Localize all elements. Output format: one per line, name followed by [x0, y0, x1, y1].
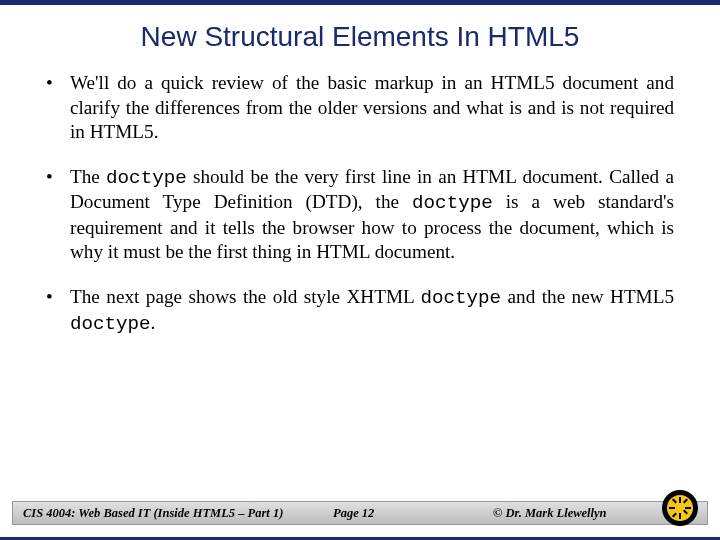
bullet-text: We'll do a quick review of the basic mar…: [70, 71, 674, 145]
text-run: .: [151, 312, 156, 333]
slide-title: New Structural Elements In HTML5: [0, 5, 720, 61]
text-run: The next page shows the old style XHTML: [70, 286, 420, 307]
footer-bar: CIS 4004: Web Based IT (Inside HTML5 – P…: [12, 501, 708, 525]
bullet-marker: •: [46, 285, 70, 336]
slide: New Structural Elements In HTML5 • We'll…: [0, 0, 720, 540]
bullet-text: The next page shows the old style XHTML …: [70, 285, 674, 336]
bullet-text: The doctype should be the very first lin…: [70, 165, 674, 265]
footer-course: CIS 4004: Web Based IT (Inside HTML5 – P…: [13, 506, 333, 521]
svg-rect-2: [679, 497, 681, 503]
slide-footer: CIS 4004: Web Based IT (Inside HTML5 – P…: [0, 495, 720, 531]
text-run: The: [70, 166, 106, 187]
code-run: doctype: [70, 313, 151, 335]
bullet-marker: •: [46, 71, 70, 145]
svg-rect-3: [679, 513, 681, 519]
text-run: and the new HTML5: [501, 286, 674, 307]
slide-content: • We'll do a quick review of the basic m…: [0, 61, 720, 336]
bullet-item: • We'll do a quick review of the basic m…: [46, 71, 674, 145]
bullet-item: • The doctype should be the very first l…: [46, 165, 674, 265]
code-run: doctype: [412, 192, 493, 214]
ucf-logo-icon: [660, 488, 700, 528]
code-run: doctype: [420, 287, 501, 309]
svg-rect-5: [685, 507, 691, 509]
bullet-item: • The next page shows the old style XHTM…: [46, 285, 674, 336]
svg-rect-4: [669, 507, 675, 509]
bullet-marker: •: [46, 165, 70, 265]
footer-page: Page 12: [333, 506, 453, 521]
code-run: doctype: [106, 167, 187, 189]
